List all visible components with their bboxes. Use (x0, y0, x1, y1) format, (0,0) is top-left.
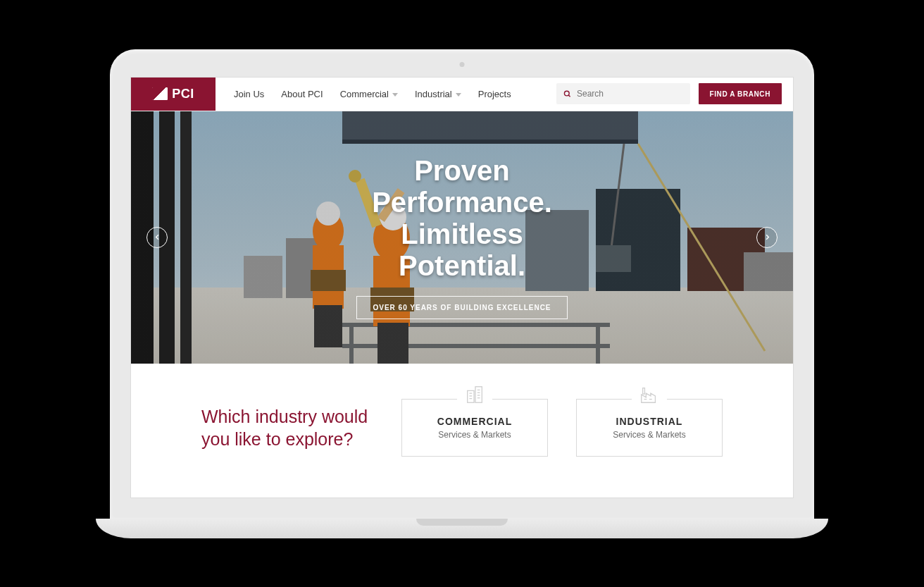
search-box[interactable] (556, 83, 690, 104)
industry-card-title: COMMERCIAL (437, 416, 512, 427)
site-header: PCI Join Us About PCI Commercial (131, 78, 793, 111)
industry-card-title: INDUSTRIAL (616, 416, 683, 427)
chevron-right-icon (763, 233, 771, 241)
hero-line-1: Proven (414, 155, 510, 186)
stage: PCI Join Us About PCI Commercial (0, 0, 924, 587)
nav-commercial[interactable]: Commercial (340, 89, 398, 99)
laptop-base (96, 519, 828, 538)
industry-question: Which industry would you like to explore… (201, 405, 373, 450)
svg-line-1 (568, 94, 570, 96)
nav-label: About PCI (281, 89, 323, 99)
carousel-next-button[interactable] (756, 227, 778, 248)
brand-logo[interactable]: PCI (131, 78, 216, 111)
nav-industrial[interactable]: Industrial (415, 89, 461, 99)
chevron-left-icon (154, 233, 161, 241)
hero-carousel: Proven Performance. Limitless Potential.… (131, 111, 793, 364)
primary-nav: Join Us About PCI Commercial Industrial (216, 78, 556, 111)
hero-content: Proven Performance. Limitless Potential.… (356, 155, 567, 319)
nav-label: Commercial (340, 89, 389, 99)
brand-name: PCI (172, 87, 194, 101)
svg-rect-35 (468, 390, 474, 402)
industry-card-industrial[interactable]: INDUSTRIAL Services & Markets (576, 399, 723, 457)
nav-projects[interactable]: Projects (478, 89, 511, 99)
hero-subtitle-label: OVER 60 YEARS OF BUILDING EXCELLENCE (373, 304, 551, 311)
find-branch-button[interactable]: FIND A BRANCH (699, 83, 782, 104)
nav-label: Join Us (234, 89, 264, 99)
carousel-prev-button[interactable] (146, 227, 168, 248)
hero-headline: Proven Performance. Limitless Potential. (372, 155, 552, 281)
industry-card-subtitle: Services & Markets (613, 430, 685, 440)
hero-line-4: Potential. (399, 250, 525, 281)
nav-about-pci[interactable]: About PCI (281, 89, 323, 99)
header-actions: FIND A BRANCH (556, 78, 794, 111)
industry-card-commercial[interactable]: COMMERCIAL Services & Markets (401, 399, 548, 457)
find-branch-label: FIND A BRANCH (710, 90, 771, 98)
buildings-icon (457, 384, 492, 405)
hero-line-2: Performance. (372, 187, 552, 218)
website-screen: PCI Join Us About PCI Commercial (131, 78, 793, 498)
nav-label: Projects (478, 89, 511, 99)
svg-point-0 (564, 91, 569, 96)
svg-rect-44 (643, 388, 645, 393)
nav-join-us[interactable]: Join Us (234, 89, 264, 99)
laptop-lid: PCI Join Us About PCI Commercial (110, 49, 814, 519)
laptop-camera (460, 62, 465, 67)
logo-mark-icon (152, 87, 168, 100)
industry-card-subtitle: Services & Markets (438, 430, 511, 440)
industry-section: Which industry would you like to explore… (131, 364, 793, 498)
chevron-down-icon (392, 93, 398, 97)
hero-subtitle-button[interactable]: OVER 60 YEARS OF BUILDING EXCELLENCE (356, 296, 567, 319)
search-input[interactable] (577, 89, 682, 99)
svg-rect-36 (475, 386, 482, 402)
chevron-down-icon (456, 93, 461, 97)
laptop-mockup: PCI Join Us About PCI Commercial (96, 49, 828, 538)
hero-line-3: Limitless (401, 218, 523, 249)
search-icon (563, 89, 572, 99)
factory-icon (632, 384, 667, 405)
nav-label: Industrial (415, 89, 452, 99)
